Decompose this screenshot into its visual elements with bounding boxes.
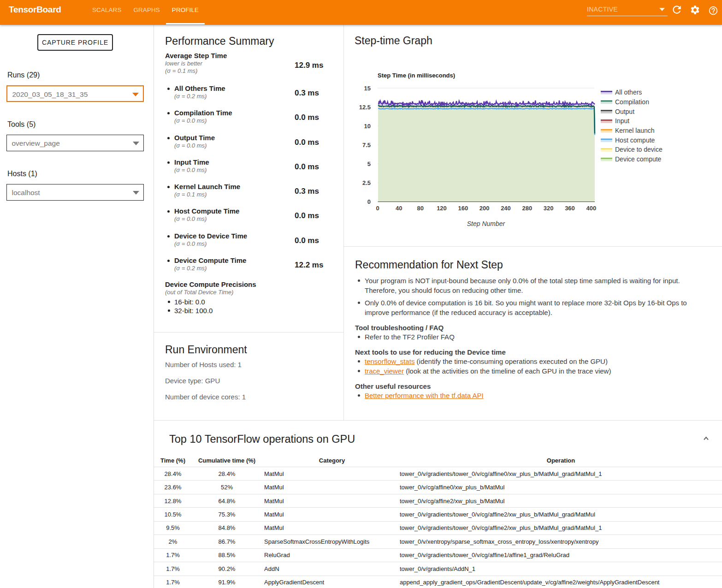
svg-text:320: 320 (544, 205, 554, 212)
svg-text:2.5: 2.5 (362, 179, 371, 186)
svg-text:5: 5 (367, 160, 371, 167)
svg-text:Step Number: Step Number (467, 220, 506, 227)
svg-text:80: 80 (417, 205, 423, 212)
svg-text:0: 0 (367, 198, 371, 205)
svg-text:160: 160 (458, 205, 468, 212)
svg-text:280: 280 (522, 205, 533, 212)
svg-text:Host compute: Host compute (615, 137, 655, 144)
svg-text:Compilation: Compilation (615, 98, 649, 106)
svg-text:All others: All others (615, 89, 642, 96)
svg-text:15: 15 (364, 85, 371, 92)
svg-text:7.5: 7.5 (362, 142, 371, 148)
svg-text:360: 360 (565, 205, 575, 212)
svg-text:40: 40 (396, 205, 402, 212)
svg-text:Step Time (in milliseconds): Step Time (in milliseconds) (378, 72, 455, 79)
svg-text:120: 120 (437, 205, 447, 212)
svg-text:Input: Input (615, 117, 629, 125)
svg-text:240: 240 (501, 205, 511, 212)
svg-text:Device to device: Device to device (615, 146, 663, 153)
svg-text:0: 0 (376, 205, 379, 212)
svg-text:Kernel launch: Kernel launch (615, 127, 655, 134)
svg-text:Output: Output (615, 108, 634, 115)
svg-text:400: 400 (586, 205, 597, 212)
svg-text:Device compute: Device compute (615, 155, 662, 163)
svg-text:10: 10 (364, 123, 371, 130)
svg-text:200: 200 (479, 205, 490, 212)
svg-text:12.5: 12.5 (359, 104, 371, 111)
